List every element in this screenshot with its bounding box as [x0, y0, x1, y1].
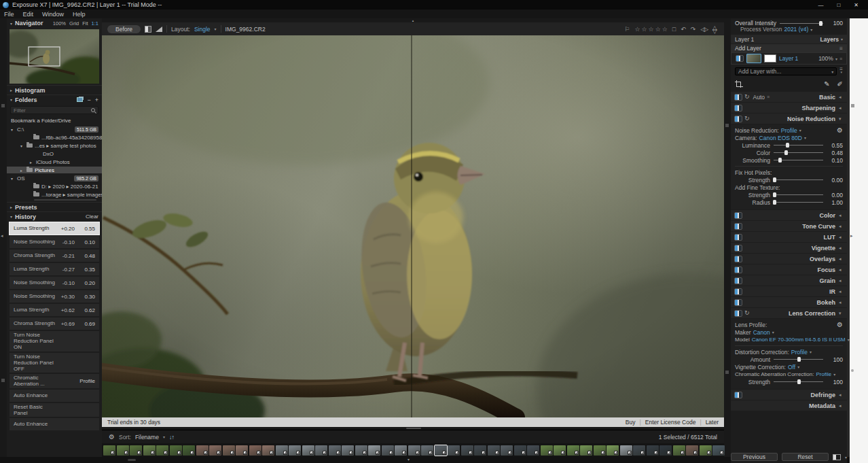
flag-icon[interactable] — [624, 26, 630, 33]
image-canvas[interactable] — [102, 35, 724, 417]
menu-help[interactable]: Help — [73, 11, 86, 18]
filmstrip-thumbnail[interactable] — [223, 445, 235, 456]
luminance-slider[interactable]: Luminance0.55 — [735, 141, 843, 149]
menu-icon[interactable] — [839, 45, 843, 52]
layer-options-menu[interactable] — [839, 67, 843, 74]
filmstrip-thumbnail[interactable] — [408, 445, 420, 456]
slider-track[interactable] — [774, 356, 823, 362]
panel-enable-toggle[interactable] — [734, 310, 742, 317]
filmstrip-thumbnail[interactable] — [130, 445, 142, 456]
process-version-select[interactable]: 2021 (v4) — [784, 26, 808, 33]
filmstrip-thumbnail[interactable] — [183, 445, 195, 456]
distortion-select[interactable]: Profile — [791, 349, 808, 356]
rotate-left-icon[interactable] — [681, 26, 686, 33]
panel-bokeh[interactable]: Bokeh — [731, 297, 847, 307]
smoothing-slider[interactable]: Smoothing0.10 — [735, 156, 843, 164]
panel-defringe[interactable]: Defringe — [731, 390, 847, 400]
camera-select[interactable]: Canon EOS 80D — [759, 135, 802, 141]
pencil-tool-icon[interactable] — [824, 80, 829, 88]
rail-handle[interactable] — [1, 104, 5, 107]
slider-track[interactable] — [774, 379, 823, 385]
later-button[interactable]: Later — [706, 419, 719, 426]
slider-track[interactable] — [774, 157, 823, 163]
collapse-all-folders-icon[interactable] — [77, 97, 83, 102]
filmstrip-thumbnail[interactable] — [633, 445, 645, 456]
proof-view-icon[interactable] — [156, 27, 162, 32]
nr-mode-select[interactable]: Profile — [781, 127, 797, 134]
slider-handle[interactable] — [797, 357, 801, 362]
slider-track[interactable] — [774, 142, 823, 148]
left-collapse-rail[interactable] — [0, 18, 7, 463]
filmstrip-thumbnail[interactable] — [103, 445, 115, 456]
folder-item[interactable]: ...torage ▸ sample images — [7, 191, 102, 198]
history-item[interactable]: Auto Enhance — [10, 418, 99, 430]
star-rating-icon[interactable] — [649, 26, 654, 33]
history-item[interactable]: Auto Enhance — [10, 390, 99, 402]
star-rating-icon[interactable] — [655, 26, 661, 33]
crop-tool-icon[interactable] — [735, 80, 742, 88]
history-item[interactable]: Turn Noise Reduction Panel OFF — [10, 353, 99, 373]
panel-vignette[interactable]: Vignette — [731, 243, 847, 253]
filmstrip-thumbnail[interactable] — [541, 445, 553, 456]
filmstrip-thumbnail[interactable] — [209, 445, 221, 456]
collapse-icon[interactable] — [10, 97, 12, 102]
filmstrip-thumbnail[interactable] — [315, 445, 327, 456]
filmstrip-thumbnail[interactable] — [276, 445, 288, 456]
slider-handle[interactable] — [784, 150, 788, 155]
history-item[interactable]: Luma Strength-0.270.35 — [10, 263, 99, 275]
filmstrip-thumbnail[interactable] — [236, 445, 248, 456]
folder-item[interactable]: iCloud Photos — [7, 158, 102, 165]
rail-handle[interactable] — [1, 379, 5, 382]
sort-direction-icon[interactable] — [169, 434, 174, 441]
gear-icon[interactable] — [837, 126, 843, 134]
filmstrip-thumbnail[interactable] — [594, 445, 606, 456]
filmstrip-thumbnail[interactable] — [329, 445, 341, 456]
panel-basic[interactable]: Auto Basic — [731, 92, 847, 102]
folder-item[interactable]: OS985.2 GB — [7, 175, 102, 182]
folder-item[interactable]: D: ▸ 2020 ▸ 2020-06-21 — [7, 183, 102, 190]
previous-button[interactable]: Previous — [731, 453, 778, 461]
menu-file[interactable]: File — [4, 11, 14, 18]
history-item[interactable]: Luma Strength+0.200.55 — [10, 222, 99, 235]
star-rating-icon[interactable] — [662, 26, 668, 33]
flip-horizontal-icon[interactable] — [700, 26, 707, 33]
filmstrip-thumbnail[interactable] — [117, 445, 129, 456]
gear-icon[interactable] — [837, 321, 843, 328]
collapse-down-icon[interactable] — [408, 457, 410, 462]
expand-icon[interactable] — [20, 168, 26, 173]
slider-track[interactable] — [780, 20, 823, 27]
history-item[interactable]: Turn Noise Reduction Panel ON — [10, 331, 99, 351]
model-select[interactable]: Canon EF 70-300mm f/4-5.6 IS II USM — [752, 337, 846, 343]
collapse-icon[interactable] — [10, 214, 12, 219]
slider-track[interactable] — [774, 177, 823, 183]
panel-tone-curve[interactable]: Tone Curve — [731, 221, 847, 231]
panel-enable-toggle[interactable] — [734, 288, 742, 295]
panel-lens-correction[interactable]: Lens Correction — [731, 308, 847, 318]
filmstrip-thumbnail[interactable] — [514, 445, 526, 456]
layer-row[interactable]: Layer 1 100% — [731, 52, 847, 65]
folder-item[interactable]: C:\511.5 GB — [7, 126, 102, 133]
navigator-preview[interactable] — [10, 29, 99, 84]
folder-item[interactable]: ...es ▸ sample test photos — [7, 142, 102, 149]
history-item[interactable]: Noise Smoothing-0.100.10 — [10, 236, 99, 248]
filmstrip-thumbnail[interactable] — [580, 445, 592, 456]
panel-focus[interactable]: Focus — [731, 264, 847, 275]
slider-handle[interactable] — [819, 21, 822, 26]
panel-enable-toggle[interactable] — [734, 223, 742, 230]
folder-filter[interactable] — [10, 106, 98, 114]
slider-track[interactable] — [774, 192, 823, 198]
filmstrip-thumbnail[interactable] — [700, 445, 712, 456]
panel-enable-toggle[interactable] — [734, 277, 742, 284]
panel-enable-toggle[interactable] — [734, 234, 742, 241]
filmstrip-thumbnail[interactable] — [289, 445, 301, 456]
add-layer-button[interactable]: Add Layer — [731, 44, 847, 52]
menu-window[interactable]: Window — [42, 11, 64, 18]
folder-item[interactable]: Pictures — [7, 167, 102, 173]
layer-mask-thumbnail[interactable] — [764, 54, 776, 63]
panel-enable-toggle[interactable] — [734, 256, 742, 262]
fine-texture-radius-slider[interactable]: Radius1.00 — [735, 199, 843, 206]
star-rating-icon[interactable] — [634, 26, 640, 33]
history-item[interactable]: Chroma Strength+0.690.69 — [10, 318, 99, 330]
panel-color[interactable]: Color — [731, 210, 847, 220]
flip-vertical-icon[interactable] — [712, 26, 719, 33]
